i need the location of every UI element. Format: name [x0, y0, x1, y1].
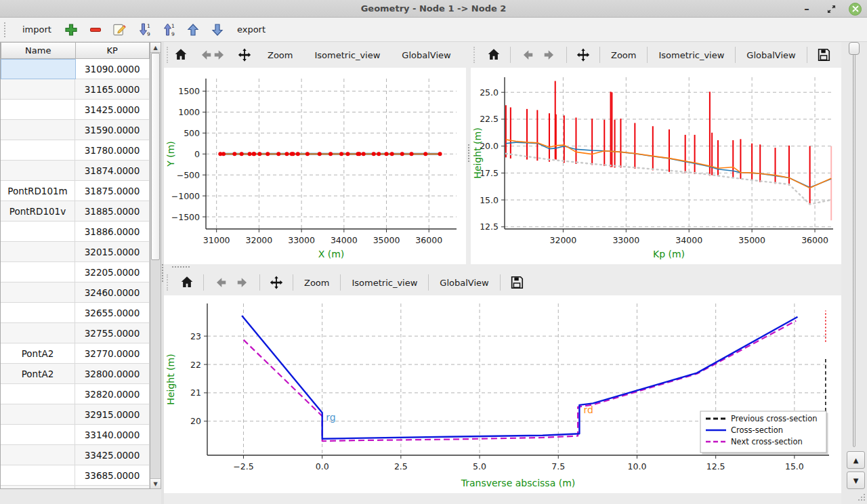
global-view-button[interactable]: GlobalView	[740, 49, 801, 62]
global-view-button[interactable]: GlobalView	[396, 49, 457, 62]
name-cell[interactable]	[1, 222, 75, 242]
kp-cell[interactable]: 31165.0000	[75, 79, 150, 100]
name-cell[interactable]: PontRD101m	[1, 181, 75, 201]
remove-row-button[interactable]	[87, 23, 104, 37]
move-down-button[interactable]	[209, 23, 226, 37]
save-figure-button[interactable]	[505, 275, 528, 290]
previous-section-button[interactable]: ▲	[847, 451, 865, 469]
column-header-name[interactable]: Name	[1, 42, 76, 59]
isometric-view-button[interactable]: Isometric_view	[345, 276, 423, 289]
kp-cell[interactable]: 31874.0000	[75, 161, 150, 181]
kp-cell[interactable]: 33685.0000	[75, 465, 150, 486]
cross-section-plot[interactable]: −2.50.02.55.07.510.012.515.020212223Tran…	[164, 295, 841, 493]
add-row-button[interactable]	[62, 23, 80, 37]
forward-button[interactable]	[538, 47, 562, 62]
toolbar-grip[interactable]	[473, 47, 477, 63]
zoom-button[interactable]: Zoom	[298, 276, 335, 289]
kp-cell[interactable]: 32755.0000	[75, 323, 150, 343]
kp-cell[interactable]: 31780.0000	[75, 140, 150, 161]
scrollbar-thumb[interactable]	[151, 53, 160, 260]
isometric-view-button[interactable]: Isometric_view	[308, 49, 386, 62]
resize-grip[interactable]	[857, 494, 865, 502]
name-cell[interactable]: PontA2	[1, 364, 75, 384]
next-section-button[interactable]: ▼	[847, 471, 865, 489]
isometric-view-button[interactable]: Isometric_view	[652, 49, 730, 62]
name-cell[interactable]	[1, 242, 75, 262]
home-button[interactable]	[482, 47, 505, 62]
toolbar-grip[interactable]	[4, 22, 7, 37]
kp-cell[interactable]: 32655.0000	[75, 303, 150, 323]
plot-splitter-vertical[interactable]	[466, 42, 471, 264]
kp-cell[interactable]: 31886.0000	[75, 222, 150, 242]
kp-cell[interactable]: 32770.0000	[75, 343, 150, 364]
plot-splitter-horizontal[interactable]	[164, 264, 841, 270]
save-figure-button[interactable]	[812, 47, 835, 62]
close-button[interactable]	[849, 3, 862, 16]
column-header-kp[interactable]: KP	[76, 42, 150, 59]
pan-button[interactable]	[237, 47, 252, 62]
home-button[interactable]	[173, 47, 188, 62]
kp-cell[interactable]: 32205.0000	[75, 262, 150, 282]
name-cell[interactable]	[1, 282, 75, 303]
kp-cell[interactable]: 32915.0000	[75, 404, 150, 425]
sort-ascending-button[interactable]: 19	[160, 22, 177, 37]
plan-view-plot[interactable]: 310003200033000340003500036000−1500−1000…	[164, 68, 466, 264]
profile-view-plot[interactable]: 320003300034000350003600012.515.017.520.…	[471, 68, 841, 264]
kp-cell[interactable]: 32460.0000	[75, 282, 150, 303]
export-button[interactable]: export	[233, 23, 270, 36]
kp-cell[interactable]: 32820.0000	[75, 384, 150, 404]
kp-cell[interactable]: 31590.0000	[75, 120, 150, 140]
pan-button[interactable]	[572, 47, 595, 62]
name-cell[interactable]	[1, 303, 75, 323]
section-slider-handle[interactable]	[849, 42, 860, 55]
name-cell[interactable]	[1, 384, 75, 404]
restore-button[interactable]	[824, 2, 838, 16]
zoom-button[interactable]: Zoom	[261, 49, 299, 62]
kp-cell[interactable]: 31885.0000	[75, 201, 150, 222]
forward-button[interactable]	[232, 275, 255, 290]
scrollbar-track[interactable]	[150, 260, 161, 478]
pan-button[interactable]	[265, 275, 288, 290]
name-cell[interactable]	[1, 445, 75, 465]
name-cell[interactable]	[1, 120, 75, 140]
name-cell[interactable]	[1, 323, 75, 343]
name-cell[interactable]	[1, 262, 75, 282]
import-button[interactable]: import	[18, 23, 56, 36]
name-cell[interactable]	[1, 140, 75, 161]
kp-cell[interactable]: 32800.0000	[75, 364, 150, 384]
kp-cell[interactable]	[75, 486, 150, 489]
scroll-down-arrow[interactable]: ▼	[150, 478, 161, 488]
name-cell[interactable]: PontRD101v	[1, 201, 75, 222]
zoom-button[interactable]: Zoom	[605, 49, 642, 62]
back-button[interactable]	[198, 47, 213, 62]
name-cell[interactable]: PontA2	[1, 343, 75, 364]
home-button[interactable]	[175, 275, 198, 290]
kp-cell[interactable]: 33140.0000	[75, 425, 150, 445]
sort-descending-button[interactable]: 19	[135, 22, 153, 37]
name-cell[interactable]	[1, 79, 75, 100]
table-scrollbar[interactable]: ▲ ▼	[150, 42, 161, 489]
forward-button[interactable]	[213, 47, 228, 62]
name-cell[interactable]	[1, 404, 75, 425]
name-cell[interactable]	[1, 486, 75, 489]
minimize-button[interactable]: –	[800, 2, 813, 16]
toolbar-grip[interactable]	[167, 47, 168, 63]
back-button[interactable]	[209, 275, 232, 290]
kp-cell[interactable]: 31090.0000	[76, 59, 150, 79]
panel-splitter[interactable]	[161, 42, 164, 504]
move-up-button[interactable]	[184, 23, 202, 37]
name-cell[interactable]	[1, 100, 75, 120]
name-cell[interactable]	[1, 59, 76, 79]
kp-cell[interactable]: 32015.0000	[75, 242, 150, 262]
kp-cell[interactable]: 31425.0000	[75, 100, 150, 120]
back-button[interactable]	[515, 47, 538, 62]
toolbar-grip[interactable]	[167, 274, 170, 291]
section-slider-track[interactable]	[853, 49, 855, 447]
edit-button[interactable]	[111, 22, 129, 37]
name-cell[interactable]	[1, 465, 75, 486]
global-view-button[interactable]: GlobalView	[434, 276, 494, 289]
name-cell[interactable]	[1, 161, 75, 181]
name-cell[interactable]	[1, 425, 75, 445]
kp-cell[interactable]: 33425.0000	[75, 445, 150, 465]
kp-cell[interactable]: 31875.0000	[75, 181, 150, 201]
